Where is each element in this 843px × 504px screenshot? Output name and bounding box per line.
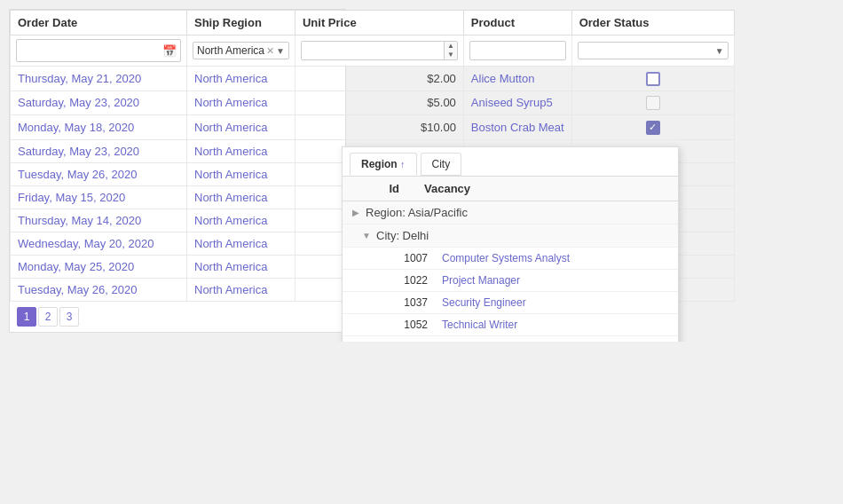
filter-product-input[interactable] xyxy=(469,41,566,60)
checkbox-unchecked-purple[interactable] xyxy=(646,72,660,86)
tree-vacancy: Technical Writer xyxy=(442,319,671,331)
table-row: North America xyxy=(187,185,295,209)
tree-id: 1052 xyxy=(371,319,442,331)
list-item[interactable]: 1022Project Manager xyxy=(343,270,678,292)
filter-ship-region-cell: North America ✕ ▼ xyxy=(187,35,295,67)
filter-order-date-cell: 📅 xyxy=(11,35,187,67)
table-row: North America xyxy=(187,255,295,278)
col-header-ship-region: Ship Region xyxy=(187,11,295,35)
filter-region-text: North America xyxy=(197,44,264,57)
table-row: North America xyxy=(187,232,295,255)
table-row: Tuesday, May 26, 2020 xyxy=(11,278,187,301)
table-row: $5.00 xyxy=(295,91,463,115)
table-row: North America xyxy=(187,67,295,91)
page-button-1[interactable]: 1 xyxy=(17,307,36,327)
col-header-product: Product xyxy=(463,11,571,35)
list-item[interactable]: 1067Network Engineer xyxy=(343,336,678,342)
filter-status-cell: ▼ xyxy=(571,35,734,67)
filter-product-cell xyxy=(463,35,571,67)
filter-status-input[interactable] xyxy=(582,44,715,57)
popup-tabs: Region ↑ City xyxy=(343,147,678,177)
page-button-3[interactable]: 3 xyxy=(59,307,79,327)
table-row: Boston Crab Meat xyxy=(463,115,571,140)
table-row xyxy=(571,67,734,91)
city-delhi-label: City: Delhi xyxy=(376,229,671,242)
tree-id: 1022 xyxy=(371,274,442,287)
region-label: Region: Asia/Pacific xyxy=(366,206,671,219)
calendar-icon[interactable]: 📅 xyxy=(162,44,177,58)
tab-region[interactable]: Region ↑ xyxy=(350,153,417,176)
list-item[interactable]: 1007Computer Systems Analyst xyxy=(343,248,678,270)
checkbox-unchecked-gray[interactable] xyxy=(646,96,660,110)
city-delhi-expander-icon[interactable]: ▼ xyxy=(360,230,373,242)
main-pagination: 1 2 3 xyxy=(10,302,345,332)
table-row: $2.00 xyxy=(295,67,463,91)
spinner-down-button[interactable]: ▼ xyxy=(445,51,457,59)
filter-region-wrapper: North America ✕ ▼ xyxy=(193,42,289,59)
filter-price-wrapper: ▲ ▼ xyxy=(301,41,458,60)
table-row: Wednesday, May 20, 2020 xyxy=(11,232,187,255)
tab-region-label: Region xyxy=(361,158,400,170)
tree-id: 1067 xyxy=(371,341,442,342)
popup-col-vacancy: Vacancy xyxy=(414,177,678,201)
region-expander-icon[interactable]: ▶ xyxy=(350,207,362,219)
table-row: North America xyxy=(187,115,295,140)
table-row: Friday, May 15, 2020 xyxy=(11,185,187,209)
col-header-unit-price: Unit Price xyxy=(295,11,463,35)
table-row: Saturday, May 23, 2020 xyxy=(11,91,187,115)
tab-city[interactable]: City xyxy=(421,153,462,176)
table-row: Thursday, May 14, 2020 xyxy=(11,209,187,232)
table-row: Monday, May 18, 2020 xyxy=(11,115,187,140)
tree-id: 1007 xyxy=(371,252,442,264)
tree-city-delhi-row: ▼ City: Delhi xyxy=(343,224,678,248)
filter-dropdown-button[interactable]: ▼ xyxy=(276,46,285,56)
filter-price-spinner: ▲ ▼ xyxy=(444,42,457,59)
checkbox-checked[interactable] xyxy=(646,121,660,135)
list-item[interactable]: 1052Technical Writer xyxy=(343,314,678,336)
table-row: North America xyxy=(187,278,295,301)
spinner-up-button[interactable]: ▲ xyxy=(445,42,457,51)
filter-status-dropdown-button[interactable]: ▼ xyxy=(715,46,724,56)
table-row: North America xyxy=(187,91,295,115)
table-row: North America xyxy=(187,209,295,232)
table-row: Thursday, May 21, 2020 xyxy=(11,67,187,91)
page-button-2[interactable]: 2 xyxy=(38,307,58,327)
filter-unit-price-input[interactable] xyxy=(302,42,444,59)
tab-city-label: City xyxy=(432,158,451,170)
table-row: $10.00 xyxy=(295,115,463,140)
filter-order-date-input[interactable] xyxy=(20,42,162,59)
tree-vacancy: Network Engineer xyxy=(442,341,671,342)
popup-inner: Id Vacancy ▶ Region: Asia/Pacific ▼ City… xyxy=(343,177,678,342)
tree-vacancy: Computer Systems Analyst xyxy=(442,252,671,264)
tree-vacancy: Project Manager xyxy=(442,274,671,287)
table-row: Monday, May 25, 2020 xyxy=(11,255,187,278)
table-row: Aniseed Syrup5 xyxy=(463,91,571,115)
tree-region-row: ▶ Region: Asia/Pacific xyxy=(343,201,678,224)
col-header-order-status: Order Status xyxy=(571,11,734,35)
filter-clear-button[interactable]: ✕ xyxy=(266,45,274,57)
main-table-wrapper: Order Date Ship Region Unit Price Produc… xyxy=(9,9,346,333)
table-row: North America xyxy=(187,139,295,162)
list-item[interactable]: 1037Security Engineer xyxy=(343,292,678,314)
table-row xyxy=(571,91,734,115)
table-row: North America xyxy=(187,162,295,185)
popup-panel: Region ↑ City Id Vacancy ▶ Region: Asia/… xyxy=(342,146,679,342)
table-row: Tuesday, May 26, 2020 xyxy=(11,162,187,185)
tree-id: 1037 xyxy=(371,296,442,309)
table-row: Alice Mutton xyxy=(463,67,571,91)
popup-col-headers: Id Vacancy xyxy=(343,177,678,201)
filter-unit-price-cell: ▲ ▼ xyxy=(295,35,463,67)
sort-arrow-icon: ↑ xyxy=(400,159,406,169)
tree-vacancy: Security Engineer xyxy=(442,296,671,309)
table-row: Saturday, May 23, 2020 xyxy=(11,139,187,162)
table-row xyxy=(571,115,734,140)
popup-col-id: Id xyxy=(343,177,414,201)
filter-status-wrapper: ▼ xyxy=(578,42,729,59)
col-header-order-date: Order Date xyxy=(11,11,187,35)
